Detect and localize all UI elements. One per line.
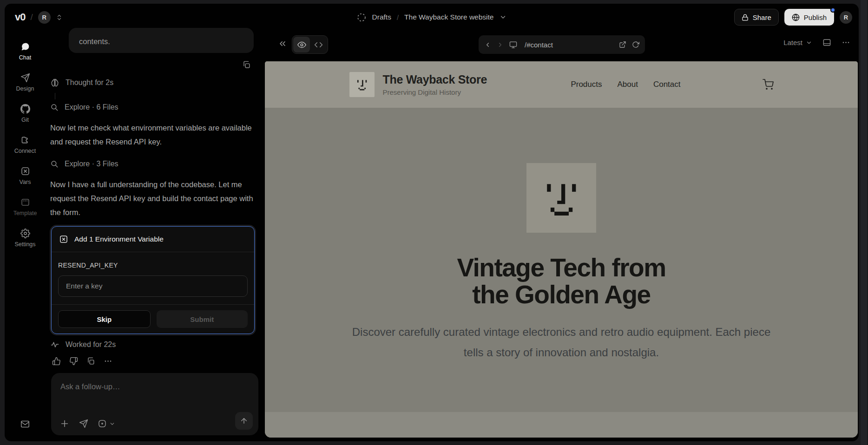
breadcrumb-slash: / — [30, 12, 33, 22]
site-title-block: The Wayback Store Preserving Digital His… — [383, 73, 487, 96]
followup-input[interactable] — [60, 380, 249, 393]
sidebar-item-git[interactable]: Git — [5, 104, 46, 123]
step-connector-line — [55, 93, 55, 99]
submit-button[interactable]: Submit — [157, 310, 248, 328]
sidebar-item-label: Vars — [20, 179, 31, 185]
sidebar-item-design[interactable]: Design — [5, 73, 46, 92]
preview-panel: /#contact Latest — [265, 28, 859, 441]
worked-step-row[interactable]: Worked for 22s — [50, 340, 116, 349]
env-variable-name: RESEND_API_KEY — [58, 262, 248, 269]
assistant-message: Now let me check what environment variab… — [50, 121, 254, 149]
eye-icon — [297, 40, 306, 49]
user-message-bubble: contents. — [69, 28, 254, 53]
explore-step-row[interactable]: Explore · 3 Files — [50, 160, 118, 168]
chevron-down-icon — [806, 39, 812, 46]
desktop: v0 / R Drafts / The Wayback Store websit… — [0, 0, 868, 445]
nav-link-products[interactable]: Products — [571, 80, 602, 89]
hero-title-line1: Vintage Tech from — [457, 254, 665, 281]
template-icon — [20, 197, 30, 207]
followup-composer — [51, 373, 258, 435]
thought-step-row[interactable]: Thought for 2s — [50, 78, 113, 87]
sidebar-item-label: Chat — [19, 54, 31, 61]
skip-button[interactable]: Skip — [58, 310, 151, 328]
back-arrow-icon[interactable] — [484, 41, 491, 48]
layout-panel-icon[interactable] — [822, 38, 831, 47]
search-icon — [50, 103, 59, 111]
refresh-icon[interactable] — [632, 41, 639, 48]
composer-tools — [59, 419, 115, 429]
user-avatar[interactable]: R — [840, 11, 852, 24]
brain-icon — [50, 78, 59, 87]
preview-toolbar: /#contact Latest — [265, 34, 859, 55]
explore-step-row[interactable]: Explore · 6 Files — [50, 103, 118, 111]
explore-label: Explore · 3 Files — [65, 160, 118, 168]
breadcrumb-separator: / — [397, 13, 399, 21]
breadcrumb-section[interactable]: Drafts — [372, 13, 391, 21]
vars-icon — [20, 166, 30, 176]
v0-logo[interactable]: v0 — [15, 11, 25, 23]
team-switcher-chevrons-icon[interactable] — [56, 14, 63, 21]
assistant-message: Now I have a full understanding of the c… — [50, 177, 254, 219]
hero-title: Vintage Tech from the Golden Age — [457, 254, 665, 308]
forward-arrow-icon[interactable] — [497, 41, 504, 48]
breadcrumb: Drafts / The Wayback Store website — [357, 4, 507, 31]
open-external-icon[interactable] — [619, 41, 626, 48]
nav-link-about[interactable]: About — [617, 80, 638, 89]
sidebar-item-chat[interactable]: Chat — [5, 42, 46, 61]
copy-icon[interactable] — [86, 357, 95, 366]
attach-plus-icon[interactable] — [59, 419, 70, 429]
env-variable-dialog: Add 1 Environment Variable RESEND_API_KE… — [51, 226, 255, 334]
sidebar-item-label: Design — [16, 85, 34, 92]
left-rail: Chat Design Git — [5, 31, 46, 441]
site-logo[interactable] — [349, 72, 375, 97]
copy-message-button[interactable] — [242, 60, 251, 69]
preview-eye-tab[interactable] — [293, 37, 310, 52]
sidebar-item-vars[interactable]: Vars — [5, 166, 46, 185]
preview-url-bar[interactable]: /#contact — [479, 35, 645, 54]
nav-link-contact[interactable]: Contact — [653, 80, 681, 89]
message-actions — [52, 357, 112, 366]
publish-label: Publish — [804, 13, 827, 21]
project-chevron-down-icon[interactable] — [499, 13, 506, 21]
mode-selector[interactable] — [98, 419, 115, 428]
more-options-icon[interactable] — [842, 38, 850, 47]
share-button[interactable]: Share — [734, 9, 779, 26]
publish-notification-badge — [830, 7, 835, 13]
v0-app-window: v0 / R Drafts / The Wayback Store websit… — [5, 4, 859, 441]
design-send-icon[interactable] — [79, 419, 88, 428]
sidebar-item-connect[interactable]: Connect — [5, 135, 46, 154]
version-dropdown[interactable]: Latest — [783, 39, 812, 46]
code-view-tab[interactable] — [310, 37, 327, 52]
monitor-icon[interactable] — [509, 41, 517, 49]
sidebar-item-label: Settings — [14, 241, 35, 248]
feedback-mail-button[interactable] — [5, 419, 46, 429]
thumbs-down-icon[interactable] — [69, 357, 78, 366]
env-key-input[interactable] — [58, 275, 248, 297]
thumbs-up-icon[interactable] — [52, 357, 61, 366]
site-preview: The Wayback Store Preserving Digital His… — [265, 61, 858, 438]
sidebar-item-template[interactable]: Template — [5, 197, 46, 216]
cart-icon[interactable] — [763, 79, 774, 90]
collapse-chat-icon[interactable] — [278, 39, 287, 48]
worked-label: Worked for 22s — [66, 340, 116, 349]
design-icon — [20, 73, 30, 83]
site-nav: Products About Contact — [571, 80, 680, 89]
preview-url[interactable]: /#contact — [525, 41, 613, 49]
github-icon — [20, 104, 30, 114]
drafts-dashed-circle-icon — [357, 13, 367, 22]
chat-panel: contents. Thought for 2s Explore · 6 Fil… — [46, 28, 261, 441]
team-avatar[interactable]: R — [38, 11, 51, 24]
user-message-text: contents. — [79, 37, 110, 46]
send-message-button[interactable] — [235, 412, 253, 430]
env-dialog-footer: Skip Submit — [52, 304, 254, 334]
breadcrumb-project-name[interactable]: The Wayback Store website — [404, 13, 493, 21]
publish-button[interactable]: Publish — [784, 9, 834, 26]
vars-icon — [59, 235, 68, 244]
window-edge-strip — [861, 0, 867, 445]
sidebar-item-settings[interactable]: Settings — [5, 229, 46, 248]
site-hero: Vintage Tech from the Golden Age Discove… — [265, 108, 858, 363]
topbar-left: v0 / R — [15, 4, 63, 31]
connect-icon — [20, 135, 30, 145]
more-options-icon[interactable] — [104, 357, 112, 366]
topbar-right: Share Publish R — [734, 4, 852, 31]
